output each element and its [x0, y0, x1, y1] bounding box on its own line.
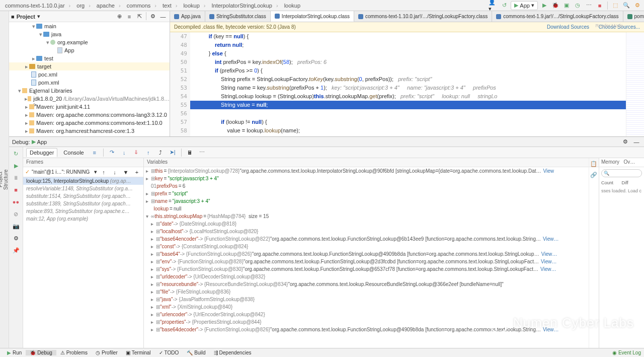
step-out-icon[interactable]: ↑: [144, 148, 153, 157]
var-row[interactable]: ▸⊞ "env" -> {FunctionStringLookup@828} "…: [144, 258, 644, 265]
tab-factory10[interactable]: commons-text-1.10.0.jar!/…/StringLookupF…: [354, 11, 492, 22]
tree-main[interactable]: ▾main: [9, 22, 170, 30]
var-row[interactable]: ▸⊞ "urldecoder" -> {UrlDecoderStringLook…: [144, 273, 644, 280]
tree-jdk[interactable]: ▸< jdk1.8.0_20 > /Library/Java/JavaVirtu…: [9, 95, 170, 103]
debug-settings-icon[interactable]: ⚙: [621, 137, 630, 147]
expand-icon[interactable]: ≡: [125, 12, 134, 21]
search-icon[interactable]: 🔍: [622, 1, 631, 10]
debug-hide-icon[interactable]: —: [632, 137, 641, 147]
console-tab[interactable]: Console: [60, 149, 87, 157]
crumb-4[interactable]: text: [159, 3, 180, 9]
var-row[interactable]: ▸⊞ key = "script:javascript:3 + 4": [144, 175, 644, 182]
coverage-button[interactable]: ▣: [562, 1, 571, 10]
var-row[interactable]: ▸⊞ "date" -> {DateStringLookup@818}: [144, 220, 644, 228]
prev-frame-icon[interactable]: ↑: [99, 168, 108, 177]
tab-factory19[interactable]: commons-text-1.9.jar!/…/StringLookupFact…: [492, 11, 623, 22]
drop-frame-icon[interactable]: ⤴: [156, 148, 165, 157]
filter-frames-icon[interactable]: ▼: [121, 168, 130, 177]
var-row[interactable]: ▸⊞ "java" -> {JavaPlatformStringLookup@8…: [144, 296, 644, 303]
tree-test[interactable]: ▸test: [9, 54, 170, 62]
tree-mvn2[interactable]: ▸Maven: org.apache.commons:commons-lang3…: [9, 111, 170, 119]
tab-interp[interactable]: InterpolatorStringLookup.class: [271, 11, 354, 22]
crumb-2[interactable]: apache: [94, 3, 124, 9]
tab-app[interactable]: App.java: [170, 11, 205, 22]
git-icon[interactable]: ⬚: [611, 1, 620, 10]
minimap[interactable]: [626, 32, 644, 136]
run-config-selector[interactable]: ▶ App ▾: [511, 1, 538, 10]
collapse-icon[interactable]: ⇱: [135, 12, 144, 21]
tree-java[interactable]: ▾java: [9, 30, 170, 38]
sync-icon[interactable]: ↺: [500, 1, 509, 10]
var-row[interactable]: ▸⊞ "const" -> {ConstantStringLookup@824}: [144, 243, 644, 250]
tree-mvn4[interactable]: ▸Maven: org.hamcrest:hamcrest-core:1.3: [9, 127, 170, 135]
thread-selector[interactable]: ✓ "main"@1 i…": RUNNING ▾ ↑ ↓ ▼ +: [23, 167, 143, 177]
tree-pocxml[interactable]: poc.xml: [9, 70, 170, 79]
attach-button[interactable]: ⋯: [584, 1, 593, 10]
vcs-icon[interactable]: 👤▾: [489, 1, 498, 10]
debug-tool[interactable]: 🐞Debug: [26, 350, 56, 355]
tab-subst[interactable]: StringSubstitutor.class: [205, 11, 271, 22]
settings2-icon[interactable]: ⚙: [12, 234, 21, 243]
frame-row[interactable]: substitute:1514, StringSubstitutor (org.…: [23, 192, 143, 200]
tree-pomxml[interactable]: pom.xml: [9, 79, 170, 87]
frame-row[interactable]: lookup:125, InterpolatorStringLookup (or…: [23, 177, 143, 185]
var-row[interactable]: ▸⊞ prefix = "script": [144, 190, 644, 197]
step-over-icon[interactable]: ↷: [108, 148, 117, 157]
profiler-tool[interactable]: ◷Profiler: [92, 350, 122, 355]
var-row[interactable]: 01 prefixPos = 6: [144, 182, 644, 190]
crumb-7[interactable]: lookup: [281, 3, 307, 9]
debug-config-name[interactable]: App: [37, 139, 47, 145]
tree-target[interactable]: ▸target: [9, 62, 170, 70]
event-log[interactable]: ◉ Event Log: [612, 350, 641, 355]
frame-row[interactable]: substitute:1389, StringSubstitutor (org.…: [23, 200, 143, 207]
crumb-1[interactable]: org: [73, 3, 94, 9]
project-tool[interactable]: Project: [0, 11, 3, 348]
settings-gear-icon[interactable]: ⚙: [148, 12, 157, 21]
copy-icon[interactable]: 📋: [589, 159, 598, 168]
next-frame-icon[interactable]: ↓: [110, 168, 119, 177]
tree-mvn3[interactable]: ▸Maven: org.apache.commons:commons-text:…: [9, 119, 170, 127]
memory-hint[interactable]: sses loaded. Load c: [599, 186, 644, 195]
settings-icon[interactable]: ⚙: [633, 1, 642, 10]
breakpoints-icon[interactable]: ●●: [12, 197, 21, 206]
var-row[interactable]: ▸⊞ "xml" -> {XmlStringLookup@840}: [144, 303, 644, 311]
var-row[interactable]: ▸⊞ this = {InterpolatorStringLookup@728}…: [144, 167, 644, 175]
add-frame-icon[interactable]: +: [132, 168, 141, 177]
reader-mode-label[interactable]: Reader Mode: [594, 22, 624, 29]
code-area[interactable]: if (key == null) { return null; } else {…: [190, 32, 644, 136]
frame-row[interactable]: replace:893, StringSubstitutor (org.apac…: [23, 207, 143, 215]
debug-button[interactable]: 🐞: [551, 1, 560, 10]
project-tree[interactable]: ▾main ▾java ▾org.example App ▸test ▸targ…: [9, 22, 170, 136]
todo-tool[interactable]: ✓TODO: [155, 350, 183, 355]
hide-icon[interactable]: —: [158, 12, 168, 21]
tree-mvn1[interactable]: ▸Maven: junit:junit:4.11: [9, 103, 170, 111]
var-row[interactable]: ▸⊞ "base64" -> {FunctionStringLookup@826…: [144, 250, 644, 258]
camera-icon[interactable]: 📷: [12, 222, 21, 231]
crumb-6[interactable]: InterpolatorStringLookup: [208, 3, 281, 9]
problems-tool[interactable]: ⚠Problems: [56, 350, 92, 355]
build-tool[interactable]: 🔨Build: [183, 350, 209, 355]
force-step-into-icon[interactable]: ⇓: [132, 148, 141, 157]
var-row[interactable]: ▸⊞ "base64encoder" -> {FunctionStringLoo…: [144, 235, 644, 243]
var-row[interactable]: ▸⊞ "resourcebundle" -> {ResourceBundleSt…: [144, 280, 644, 288]
tree-scratches[interactable]: ▸Scratches and Consoles: [9, 135, 170, 136]
rerun-icon[interactable]: ↻: [12, 149, 21, 158]
tree-app[interactable]: App: [9, 46, 170, 54]
tab-pom[interactable]: pom.xml (A…: [623, 11, 644, 22]
stop-button[interactable]: ■: [595, 1, 604, 10]
locate-icon[interactable]: ⊕: [115, 12, 124, 21]
mute-bp-icon[interactable]: ⊘: [12, 209, 21, 219]
run-button[interactable]: ▶: [540, 1, 549, 10]
memory-ov[interactable]: Ov…: [622, 158, 645, 167]
evaluate-icon[interactable]: 🖩: [186, 148, 195, 157]
var-row[interactable]: ▸⊞ name = "javascript:3 + 4": [144, 197, 644, 205]
pin-icon[interactable]: 📌: [12, 246, 21, 255]
var-row[interactable]: lookup = null: [144, 205, 644, 212]
structure-tool[interactable]: Structure: [3, 11, 9, 348]
crumb-5[interactable]: lookup: [180, 3, 208, 9]
var-row[interactable]: ▾∞ this.stringLookupMap = {HashMap@784} …: [144, 212, 644, 220]
debugger-tab[interactable]: Debugger: [26, 148, 57, 157]
terminal-tool[interactable]: ▣Terminal: [122, 350, 155, 355]
frame-row[interactable]: resolveVariable:1148, StringSubstitutor …: [23, 185, 143, 192]
run-to-cursor-icon[interactable]: ➤|: [168, 148, 177, 157]
